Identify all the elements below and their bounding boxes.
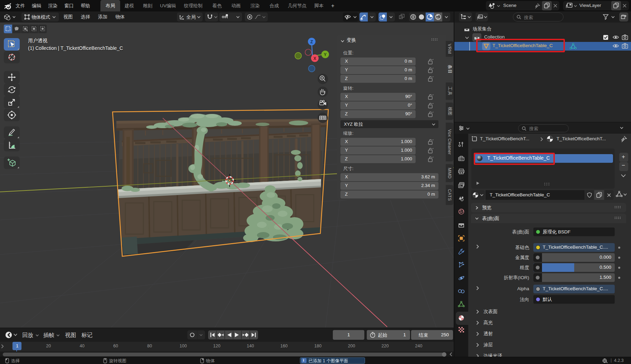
svg-text:Z: Z <box>310 39 313 44</box>
svg-text:X: X <box>313 56 316 61</box>
svg-text:Y: Y <box>324 52 327 57</box>
